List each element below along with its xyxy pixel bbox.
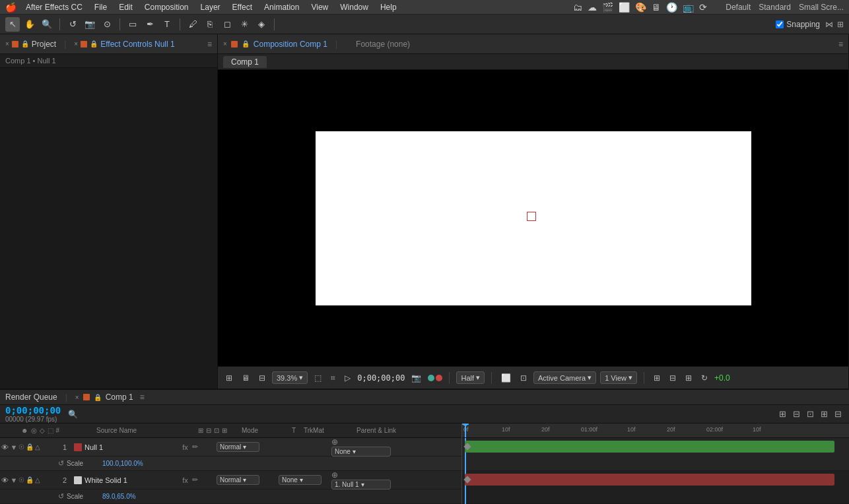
layer-2-expand-button[interactable]: ▼ bbox=[9, 476, 18, 484]
viewer-area[interactable] bbox=[218, 70, 848, 366]
layer-2-solo-icon[interactable]: ☉ bbox=[18, 476, 24, 484]
layer-2-parent-dropdown[interactable]: 1. Null 1 ▾ bbox=[331, 480, 391, 489]
layer-1-expand-button[interactable]: ▼ bbox=[9, 443, 18, 451]
comp-timeline-menu-icon[interactable]: ≡ bbox=[140, 393, 145, 402]
layer-2-trkmat-dropdown[interactable]: None ▾ bbox=[279, 475, 322, 485]
menu-file[interactable]: File bbox=[89, 1, 112, 13]
creative-cloud-icon[interactable]: ☁ bbox=[588, 2, 597, 13]
bluetooth-icon[interactable]: ⟳ bbox=[699, 2, 707, 13]
rect-tool-button[interactable]: ▭ bbox=[125, 17, 140, 32]
puppet-tool-button[interactable]: ✳ bbox=[237, 17, 252, 32]
layer-1-pencil-icon[interactable]: ✏ bbox=[192, 443, 198, 451]
monitor-icon[interactable]: 🖥 bbox=[652, 2, 661, 13]
layer-1-color[interactable] bbox=[74, 443, 82, 451]
active-camera-shortcut[interactable]: ▷ bbox=[342, 372, 353, 384]
clock-icon[interactable]: 🕐 bbox=[666, 2, 677, 13]
project-close-button[interactable]: × bbox=[5, 40, 9, 47]
menu-window[interactable]: Window bbox=[335, 1, 374, 13]
ae-icon[interactable]: 🎬 bbox=[602, 2, 613, 13]
eraser-tool-button[interactable]: ◻ bbox=[220, 17, 234, 32]
layer-2-fx-icon[interactable]: fx bbox=[182, 476, 188, 484]
graph-editor-button[interactable]: ⊞ bbox=[819, 408, 830, 420]
roto-tool-button[interactable]: ◈ bbox=[254, 17, 269, 32]
camera-tool-button[interactable]: 📷 bbox=[83, 17, 97, 32]
pixel-aspect-button[interactable]: ⊡ bbox=[518, 372, 529, 384]
layer-2-scale-cycle-icon[interactable]: ↺ bbox=[58, 492, 64, 501]
layer-2-scale-value[interactable]: 89.0,65.0% bbox=[102, 493, 136, 500]
frame-icon[interactable]: ⬜ bbox=[619, 2, 630, 13]
layer-1-parent-dropdown[interactable]: None ▾ bbox=[331, 447, 391, 457]
timecode-display[interactable]: 0;00;00;00 bbox=[357, 373, 405, 383]
layer-1-solo-icon[interactable]: ☉ bbox=[18, 443, 24, 451]
menu-edit[interactable]: Edit bbox=[114, 1, 138, 13]
layer-1-mode-dropdown[interactable]: Normal ▾ bbox=[217, 442, 259, 452]
project-tab[interactable]: × 🔒 Project bbox=[5, 40, 56, 49]
timeline-search-button[interactable]: 🔍 bbox=[66, 408, 79, 421]
layer-1-timeline-bar[interactable] bbox=[465, 441, 834, 453]
comp-controls-button[interactable]: ⊞ bbox=[777, 408, 788, 420]
hand-tool-button[interactable]: ✋ bbox=[22, 17, 37, 32]
layer-2-timeline-bar[interactable] bbox=[465, 474, 834, 486]
layer-2-vis-button[interactable]: 👁 bbox=[0, 476, 9, 484]
comp-sub-tab[interactable]: Comp 1 bbox=[223, 56, 267, 68]
fit-to-window-button[interactable]: ⊞ bbox=[223, 372, 235, 384]
comp-settings-button[interactable]: ⊞ bbox=[651, 372, 663, 384]
flowchart-button[interactable]: ⊞ bbox=[683, 372, 695, 384]
layer-1-scale-cycle-icon[interactable]: ↺ bbox=[58, 459, 64, 468]
quality-dropdown[interactable]: Half ▾ bbox=[456, 371, 485, 384]
menu-view[interactable]: View bbox=[306, 1, 333, 13]
snapping-checkbox[interactable] bbox=[776, 20, 784, 28]
comp-timeline-tab[interactable]: × 🔒 Comp 1 ≡ bbox=[75, 393, 145, 402]
layer-1-lock-icon[interactable]: 🔒 bbox=[26, 443, 34, 451]
render-button[interactable]: ↻ bbox=[698, 372, 710, 384]
screen-icon[interactable]: 📺 bbox=[683, 2, 694, 13]
palette-icon[interactable]: 🎨 bbox=[635, 2, 646, 13]
brush-tool-button[interactable]: 🖊 bbox=[186, 17, 200, 32]
modes-button[interactable]: ⊟ bbox=[832, 408, 844, 420]
layer-2-shy-icon[interactable]: △ bbox=[35, 476, 40, 484]
monitor-view-button[interactable]: 🖥 bbox=[239, 372, 252, 384]
comp-close-button[interactable]: × bbox=[223, 40, 227, 47]
menu-composition[interactable]: Composition bbox=[139, 1, 194, 13]
comp-timeline-close-button[interactable]: × bbox=[75, 394, 79, 401]
layer-2-mode-dropdown[interactable]: Normal ▾ bbox=[217, 475, 259, 485]
workspace-standard[interactable]: Standard bbox=[759, 3, 791, 12]
motion-blur-button[interactable]: ⊟ bbox=[791, 408, 802, 420]
effect-controls-tab[interactable]: × 🔒 Effect Controls Null 1 bbox=[74, 40, 174, 49]
render-queue-tab[interactable]: Render Queue bbox=[5, 393, 57, 402]
clone-tool-button[interactable]: ⎘ bbox=[203, 17, 217, 32]
comp-panel-menu-icon[interactable]: ≡ bbox=[838, 40, 843, 49]
layer-2-lock-icon[interactable]: 🔒 bbox=[26, 476, 34, 484]
roi-button[interactable]: ⬚ bbox=[312, 372, 324, 384]
viewer-mode-button[interactable]: ⬜ bbox=[498, 372, 514, 384]
layer-1-shy-icon[interactable]: △ bbox=[35, 443, 40, 451]
snapshot-button[interactable]: 📷 bbox=[409, 372, 424, 384]
pen-tool-button[interactable]: ✒ bbox=[143, 17, 157, 32]
undo-button[interactable]: ↺ bbox=[65, 17, 80, 32]
layer-1-scale-value[interactable]: 100.0,100.0% bbox=[102, 460, 143, 467]
region-button[interactable]: ⊟ bbox=[667, 372, 679, 384]
select-tool-button[interactable]: ↖ bbox=[5, 17, 20, 32]
menu-animation[interactable]: Animation bbox=[259, 1, 304, 13]
layer-2-pencil-icon[interactable]: ✏ bbox=[192, 476, 198, 484]
menu-after-effects[interactable]: After Effects CC bbox=[20, 1, 88, 13]
menu-help[interactable]: Help bbox=[375, 1, 402, 13]
transparency-button[interactable]: ⌗ bbox=[328, 372, 338, 384]
frame-blend-button[interactable]: ⊡ bbox=[805, 408, 816, 420]
layer-2-color[interactable] bbox=[74, 476, 82, 484]
workspace-small-screen[interactable]: Small Scre... bbox=[799, 3, 844, 12]
orbit-tool-button[interactable]: ⊙ bbox=[100, 17, 114, 32]
effect-controls-close-button[interactable]: × bbox=[74, 40, 78, 47]
zoom-dropdown[interactable]: 39.3% ▾ bbox=[272, 371, 308, 384]
text-tool-button[interactable]: T bbox=[160, 17, 174, 32]
camera-dropdown[interactable]: Active Camera ▾ bbox=[533, 371, 596, 384]
workspace-default[interactable]: Default bbox=[726, 3, 751, 12]
layer-1-fx-icon[interactable]: fx bbox=[182, 443, 188, 451]
timeline-timecode[interactable]: 0;00;00;00 bbox=[5, 405, 61, 416]
left-panel-menu-icon[interactable]: ≡ bbox=[207, 40, 212, 49]
layer-1-vis-button[interactable]: 👁 bbox=[0, 443, 9, 451]
menu-layer[interactable]: Layer bbox=[195, 1, 226, 13]
grid-button[interactable]: ⊟ bbox=[256, 372, 268, 384]
dropbox-icon[interactable]: 🗂 bbox=[573, 2, 582, 13]
zoom-tool-button[interactable]: 🔍 bbox=[40, 17, 54, 32]
